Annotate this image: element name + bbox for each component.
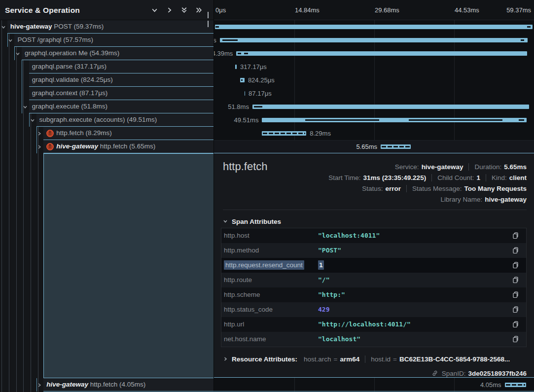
attribute-row[interactable]: net.host.name"localhost" [221, 332, 526, 347]
span-name-duration: graphql.parse (317.17μs) [32, 63, 107, 70]
ruler-tick-label: 59.37ms [506, 0, 531, 20]
span-row[interactable]: graphql.validate (824.25μs) [29, 73, 214, 87]
expand-one-icon[interactable] [166, 6, 173, 14]
collapse-one-icon[interactable] [151, 6, 158, 14]
meta-value: hive-gateway [485, 196, 527, 203]
timeline-row[interactable]: 317.17μs [214, 60, 534, 73]
timeline-row[interactable]: 57.57ms [214, 34, 534, 47]
meta-label: Status Message: [412, 185, 462, 192]
span-bar[interactable] [236, 51, 527, 56]
copy-icon[interactable] [512, 291, 519, 301]
meta-label: Duration: [474, 163, 501, 171]
attribute-value: 429 [318, 306, 329, 313]
chevron-down-icon [223, 219, 228, 224]
span-row[interactable]: graphql.parse (317.17μs) [29, 60, 214, 73]
span-bar[interactable] [505, 383, 527, 387]
meta-label: Kind: [492, 174, 507, 181]
attribute-key: http.request.resend_count [224, 260, 304, 270]
attribute-row[interactable]: http.status_code429 [221, 302, 526, 317]
span-bar[interactable] [262, 131, 306, 136]
span-name-duration: http.fetch (8.29ms) [56, 129, 112, 137]
tree-header-title: Service & Operation [5, 0, 80, 20]
timeline-row[interactable]: 54.39ms [214, 47, 534, 60]
span-row[interactable]: graphql.operation Me (54.39ms) [22, 47, 214, 60]
span-row[interactable]: POST /graphql (57.57ms) [14, 34, 214, 47]
expand-all-icon[interactable] [195, 6, 203, 14]
timeline-row[interactable]: 59.37ms [214, 20, 534, 34]
span-row[interactable]: subgraph.execute (accounts) (49.51ms) [36, 113, 214, 127]
collapse-all-icon[interactable] [180, 6, 188, 14]
span-bar[interactable] [381, 144, 411, 149]
attribute-row[interactable]: http.request.resend_count1 [221, 258, 526, 273]
span-service-name: hive-gateway [10, 23, 52, 30]
timeline-row[interactable]: 8.29ms [214, 127, 534, 140]
copy-icon[interactable] [512, 306, 519, 316]
span-row-selected[interactable]: hive-gateway http.fetch (5.65ms) [43, 140, 214, 153]
span-service-name: hive-gateway [56, 143, 98, 150]
chevron-down-icon[interactable] [1, 25, 6, 30]
attribute-key: http.status_code [224, 306, 273, 313]
copy-icon[interactable] [512, 276, 519, 286]
copy-icon[interactable] [512, 321, 519, 330]
span-row[interactable]: hive-gateway POST (59.37ms) [7, 20, 214, 34]
span-bar[interactable] [240, 78, 245, 82]
span-row[interactable]: graphql.execute (51.8ms) [29, 100, 214, 113]
span-duration-label: 5.65ms [356, 140, 377, 153]
meta-value: 1 [476, 174, 480, 181]
attribute-row[interactable]: http.route"/" [221, 273, 526, 287]
bottom-row-border [43, 391, 534, 392]
span-bar[interactable] [220, 38, 528, 42]
attribute-key: net.host.name [224, 335, 266, 343]
span-row[interactable]: graphql.context (87.17μs) [29, 87, 214, 100]
chevron-right-icon[interactable] [37, 383, 42, 388]
span-attributes-header[interactable]: Span Attributes [223, 217, 281, 226]
chevron-down-icon[interactable] [30, 118, 35, 123]
span-name-duration: graphql.validate (824.25μs) [32, 76, 113, 83]
span-bar[interactable] [245, 91, 246, 96]
chevron-right-icon[interactable] [37, 131, 42, 136]
span-duration-label: 87.17μs [249, 87, 272, 100]
meta-value: Too Many Requests [464, 185, 527, 192]
meta-value: client [509, 174, 527, 181]
resource-attributes-row[interactable]: Resource Attributes: host.arch=arm64host… [223, 355, 527, 363]
chevron-right-icon[interactable] [37, 144, 42, 149]
span-duration-label: 54.39ms [214, 47, 233, 60]
timeline-row[interactable]: 49.51ms [214, 113, 534, 127]
meta-label: Service: [395, 163, 419, 171]
chevron-down-icon[interactable] [8, 38, 13, 43]
timeline-row[interactable]: 51.8ms [214, 100, 534, 113]
span-row[interactable]: http.fetch (8.29ms) [43, 127, 214, 140]
panel-resize-handle[interactable] [208, 11, 212, 18]
span-bar[interactable] [215, 25, 533, 29]
span-detail-panel: http.fetch Service:hive-gatewayDuration:… [214, 153, 534, 378]
chevron-down-icon[interactable] [23, 105, 28, 109]
attribute-key: http.method [224, 247, 259, 254]
error-icon [46, 143, 54, 150]
attribute-row[interactable]: http.scheme"http:" [221, 287, 526, 302]
attribute-key: http.route [224, 276, 252, 284]
copy-icon[interactable] [512, 335, 519, 345]
attribute-row[interactable]: http.method"POST" [221, 243, 526, 258]
span-tree-panel: hive-gateway POST (59.37ms)POST /graphql… [0, 0, 214, 392]
meta-value: 5.65ms [504, 163, 527, 171]
span-bar[interactable] [235, 65, 237, 69]
timeline-row[interactable]: 5.65ms [214, 140, 534, 153]
span-row[interactable]: hive-gateway http.fetch (4.05ms) [43, 378, 214, 392]
attribute-value: "localhost" [318, 335, 360, 343]
attribute-row[interactable]: http.url"http://localhost:4011/" [221, 317, 526, 332]
span-attributes-table: http.host"localhost:4011"http.method"POS… [221, 228, 527, 347]
span-duration-label: 51.8ms [228, 100, 249, 113]
span-bar[interactable] [262, 118, 527, 122]
copy-icon[interactable] [512, 247, 519, 256]
copy-icon[interactable] [512, 261, 519, 271]
chevron-down-icon[interactable] [15, 51, 20, 56]
timeline-row[interactable]: 87.17μs [214, 87, 534, 100]
span-bar[interactable] [252, 105, 530, 109]
copy-icon[interactable] [512, 232, 519, 242]
span-duration-label: 57.57ms [214, 34, 216, 47]
timeline-row[interactable]: 4.05ms [214, 378, 534, 392]
span-name-duration: POST (59.37ms) [54, 23, 104, 30]
attribute-row[interactable]: http.host"localhost:4011" [221, 228, 526, 243]
timeline-row[interactable]: 824.25μs [214, 73, 534, 87]
span-duration-label: 824.25μs [248, 73, 275, 87]
